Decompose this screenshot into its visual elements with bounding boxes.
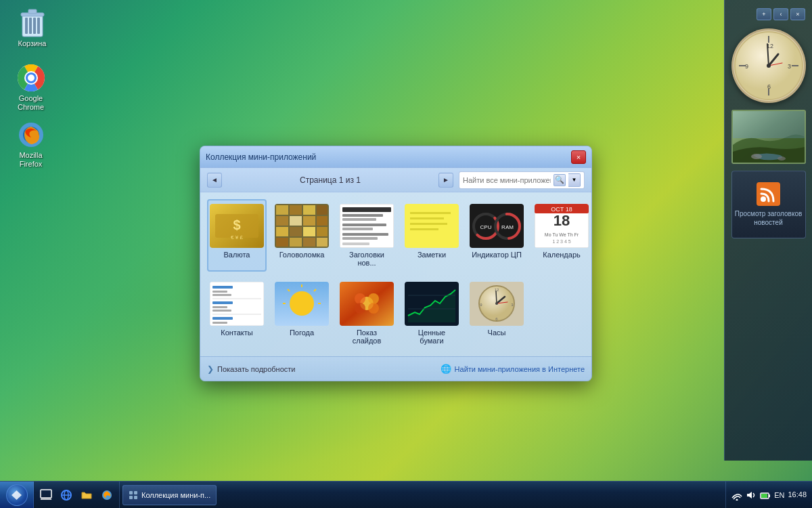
footer-details-btn[interactable]: ❯ Показать подробности: [207, 364, 295, 374]
taskbar-show-desktop-btn[interactable]: [37, 486, 55, 505]
gadget-thumb-clock: 12 3 6 9: [470, 282, 524, 326]
search-input[interactable]: [463, 176, 551, 184]
svg-rect-127: [134, 496, 137, 499]
search-btn[interactable]: 🔍: [554, 174, 566, 186]
gadget-thumb-calendar: OCT 18 18 Mo Tu We Th Fr 1 2 3 4 5: [535, 204, 589, 248]
nav-prev-btn[interactable]: ◄: [207, 173, 222, 188]
svg-rect-41: [276, 216, 288, 226]
svg-rect-66: [410, 228, 438, 230]
tray-battery-icon[interactable]: [760, 490, 771, 501]
svg-line-115: [496, 291, 497, 303]
svg-text:12: 12: [495, 288, 499, 292]
nav-search-box[interactable]: 🔍 ▼: [459, 171, 585, 189]
gadgets-row-1: $ € ¥ £ Валюта: [207, 199, 585, 272]
gadget-item-headlines[interactable]: Заголовки нов...: [337, 199, 397, 272]
gadget-item-slideshow[interactable]: Показ слайдов: [337, 277, 397, 350]
taskbar-task-gadgets[interactable]: Коллекция мини-п...: [122, 485, 217, 505]
taskbar-tasks: Коллекция мини-п...: [120, 482, 725, 508]
dialog-close-btn[interactable]: ×: [571, 150, 586, 164]
gadget-name-headlines: Заголовки нов...: [342, 251, 392, 267]
dialog-nav: ◄ Страница 1 из 1 ► 🔍 ▼: [200, 168, 591, 192]
gadget-item-notes[interactable]: Заметки: [402, 199, 461, 272]
sidebar-add-btn[interactable]: +: [757, 8, 771, 20]
chrome-label: Google Chrome: [8, 94, 53, 112]
svg-rect-46: [290, 227, 302, 236]
svg-rect-63: [410, 212, 451, 214]
chevron-down-icon: ❯: [207, 364, 214, 374]
tray-volume-icon[interactable]: [746, 490, 757, 501]
gadget-name-currency: Валюта: [224, 251, 250, 259]
gadget-thumb-stocks: [405, 282, 459, 326]
svg-text:18: 18: [554, 212, 570, 229]
svg-rect-118: [41, 490, 51, 498]
gadget-item-stocks[interactable]: Ценные бумаги: [402, 277, 461, 350]
gadget-item-puzzle[interactable]: Головоломка: [272, 199, 332, 272]
gadget-thumb-puzzle: [275, 204, 329, 248]
gadget-item-weather[interactable]: Погода: [272, 277, 332, 350]
svg-rect-62: [405, 204, 459, 248]
svg-rect-58: [342, 228, 373, 230]
search-dropdown-btn[interactable]: ▼: [568, 173, 581, 187]
svg-text:$: $: [233, 217, 240, 232]
sidebar-close-btn[interactable]: ×: [790, 8, 805, 20]
svg-rect-6: [28, 9, 37, 14]
gadget-item-cpu[interactable]: CPU RAM Индикатор ЦП: [467, 199, 526, 272]
tray-clock[interactable]: 16:48: [788, 490, 807, 499]
gadget-thumb-headlines: [340, 204, 394, 248]
svg-rect-1: [25, 18, 28, 34]
taskbar: Коллекция мини-п... EN 16:48: [0, 481, 812, 508]
svg-rect-59: [342, 233, 388, 236]
footer-online-btn[interactable]: 🌐 Найти мини-приложения в Интернете: [441, 364, 585, 374]
gadget-name-notes: Заметки: [418, 251, 446, 259]
tray-network-icon[interactable]: [731, 490, 742, 501]
desktop-icon-firefox[interactable]: Mozilla Firefox: [5, 119, 56, 171]
gadget-item-contacts[interactable]: Контакты: [207, 277, 267, 350]
dialog-content: $ € ¥ £ Валюта: [200, 192, 591, 356]
svg-rect-64: [410, 217, 444, 219]
tray-lang: EN: [774, 491, 784, 499]
gadget-item-clock[interactable]: 12 3 6 9 Часы: [467, 277, 526, 350]
svg-text:€  ¥  £: € ¥ £: [231, 234, 243, 240]
nav-next-btn[interactable]: ►: [438, 173, 453, 188]
svg-rect-81: [212, 286, 233, 289]
start-button[interactable]: [0, 482, 34, 509]
sidebar-prev-btn[interactable]: ‹: [773, 8, 788, 20]
taskbar-ie-btn[interactable]: [57, 486, 76, 505]
taskbar-firefox-btn[interactable]: [97, 486, 116, 505]
svg-rect-37: [276, 205, 288, 215]
gadget-name-slideshow: Показ слайдов: [342, 329, 392, 345]
clock-gadget: 12 3 6 9: [731, 28, 806, 103]
desktop-icon-chrome[interactable]: Google Chrome: [5, 62, 56, 114]
svg-rect-40: [317, 205, 328, 215]
gadget-name-contacts: Контакты: [221, 329, 253, 337]
desktop-icon-recycle-bin[interactable]: Корзина: [7, 7, 58, 51]
globe-icon: 🌐: [441, 364, 451, 374]
svg-rect-4: [37, 18, 40, 34]
svg-rect-3: [33, 18, 36, 34]
gadget-name-cpu: Индикатор ЦП: [472, 251, 522, 259]
svg-rect-43: [303, 216, 315, 226]
gadget-item-calendar[interactable]: OCT 18 18 Mo Tu We Th Fr 1 2 3 4 5 Кален…: [532, 199, 591, 272]
rss-icon: [757, 182, 780, 206]
svg-point-102: [355, 303, 365, 314]
svg-point-128: [736, 499, 738, 501]
svg-rect-83: [212, 294, 231, 296]
gadget-name-stocks: Ценные бумаги: [407, 329, 457, 345]
gadget-name-clock: Часы: [488, 329, 506, 337]
rss-gadget[interactable]: Просмотр заголовков новостей: [731, 171, 806, 238]
svg-rect-38: [290, 205, 302, 215]
gadget-name-calendar: Календарь: [543, 251, 581, 259]
svg-rect-55: [342, 214, 383, 217]
svg-point-103: [368, 303, 379, 314]
taskbar-task-label: Коллекция мини-п...: [141, 491, 210, 499]
svg-point-92: [290, 291, 314, 316]
svg-point-101: [368, 293, 379, 304]
svg-rect-90: [212, 322, 227, 324]
taskbar-folder-btn[interactable]: [77, 486, 96, 505]
svg-rect-2: [29, 18, 32, 34]
gadget-item-currency[interactable]: $ € ¥ £ Валюта: [207, 199, 267, 272]
svg-point-31: [761, 196, 766, 202]
svg-rect-85: [212, 301, 233, 304]
svg-rect-50: [290, 238, 302, 247]
recycle-bin-label: Корзина: [18, 39, 47, 48]
